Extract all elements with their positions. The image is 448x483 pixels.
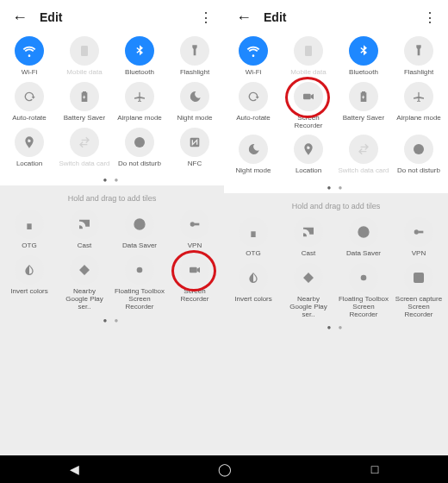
tile-label: Switch data card — [59, 160, 109, 168]
tile-vpn[interactable]: VPN — [168, 210, 221, 250]
tile-label: Nearby Google Play ser.. — [59, 288, 110, 310]
tile-vpn[interactable]: VPN — [392, 217, 445, 258]
tile-label: Data Saver — [122, 242, 157, 250]
tile-floating-toolbox[interactable]: Floating Toolbox Screen Recorder — [113, 255, 166, 310]
svg-rect-12 — [416, 149, 422, 150]
tile-data-saver[interactable]: Data Saver — [337, 217, 390, 258]
svg-point-5 — [190, 223, 195, 227]
data-saver-icon — [125, 210, 154, 239]
tile-mobile-data[interactable]: Mobile data — [282, 36, 335, 77]
night-mode-icon — [239, 135, 268, 164]
svg-point-7 — [137, 267, 143, 273]
tile-cast[interactable]: Cast — [282, 217, 335, 258]
tile-bluetooth[interactable]: Bluetooth — [337, 36, 390, 77]
nav-recents[interactable]: □ — [371, 462, 378, 476]
do-not-disturb-icon — [404, 135, 433, 164]
tile-battery-saver[interactable]: Battery Saver — [337, 82, 390, 130]
bluetooth-icon — [125, 36, 154, 66]
tile-screen-recorder[interactable]: Screen Recorder — [168, 255, 221, 310]
tile-label: Data Saver — [346, 250, 381, 258]
battery-saver-icon — [349, 82, 378, 111]
svg-rect-0 — [81, 46, 88, 56]
back-button[interactable]: ← — [236, 9, 252, 27]
page-title: Edit — [40, 10, 199, 24]
tile-airplane-mode[interactable]: Airplane mode — [113, 82, 166, 122]
screen-right: ←Edit⋮Wi-FiMobile dataBluetoothFlashligh… — [224, 0, 448, 455]
svg-rect-8 — [190, 267, 197, 273]
tile-label: Bluetooth — [125, 69, 154, 77]
tile-screen-capture[interactable]: Screen capture Screen Recorder — [392, 263, 445, 318]
overflow-menu[interactable]: ⋮ — [423, 9, 436, 26]
tile-wifi[interactable]: Wi-Fi — [3, 36, 56, 77]
tile-invert-colors[interactable]: Invert colors — [3, 255, 56, 310]
tile-switch-data-card[interactable]: Switch data card — [337, 135, 390, 175]
screen-left: ←Edit⋮Wi-FiMobile dataBluetoothFlashligh… — [0, 0, 224, 455]
tile-label: Nearby Google Play ser.. — [283, 296, 334, 318]
tile-night-mode[interactable]: Night mode — [168, 82, 221, 122]
tile-label: Do not disturb — [397, 167, 440, 175]
tile-auto-rotate[interactable]: Auto-rotate — [227, 82, 280, 130]
location-icon — [15, 128, 44, 157]
tile-otg[interactable]: OTG — [227, 217, 280, 258]
tile-location[interactable]: Location — [282, 135, 335, 175]
back-button[interactable]: ← — [12, 9, 28, 27]
tile-invert-colors[interactable]: Invert colors — [227, 263, 280, 318]
tile-otg[interactable]: OTG — [3, 210, 56, 250]
nav-back[interactable]: ◀ — [70, 462, 79, 476]
tile-row: Wi-FiMobile dataBluetoothFlashlight — [2, 36, 222, 77]
overflow-menu[interactable]: ⋮ — [199, 9, 212, 26]
tile-nfc[interactable]: NFC — [168, 128, 221, 168]
tile-bluetooth[interactable]: Bluetooth — [113, 36, 166, 77]
tile-floating-toolbox[interactable]: Floating Toolbox Screen Recorder — [337, 263, 390, 318]
svg-point-4 — [134, 219, 145, 229]
tile-label: Screen Recorder — [283, 115, 334, 130]
flashlight-icon — [180, 36, 209, 66]
screenshots-pair: ←Edit⋮Wi-FiMobile dataBluetoothFlashligh… — [0, 0, 448, 455]
tile-data-saver[interactable]: Data Saver — [113, 210, 166, 250]
tile-label: Flashlight — [404, 69, 433, 77]
tile-wifi[interactable]: Wi-Fi — [227, 36, 280, 77]
tile-cast[interactable]: Cast — [58, 210, 111, 250]
tile-do-not-disturb[interactable]: Do not disturb — [392, 135, 445, 175]
tile-screen-recorder[interactable]: Screen Recorder — [282, 82, 335, 130]
tile-label: Wi-Fi — [246, 69, 262, 77]
tile-label: Flashlight — [180, 69, 209, 77]
svg-rect-9 — [305, 46, 312, 56]
battery-saver-icon — [70, 82, 99, 111]
tile-nearby[interactable]: Nearby Google Play ser.. — [58, 255, 111, 310]
tile-label: Battery Saver — [64, 115, 105, 122]
nfc-icon — [180, 128, 209, 157]
tile-label: Mobile data — [66, 69, 102, 77]
tile-battery-saver[interactable]: Battery Saver — [58, 82, 111, 122]
tile-label: Invert colors — [10, 288, 48, 296]
nav-home[interactable]: ◯ — [218, 462, 232, 476]
svg-point-14 — [414, 230, 419, 235]
tile-row: Night modeLocationSwitch data cardDo not… — [226, 135, 446, 175]
tile-mobile-data[interactable]: Mobile data — [58, 36, 111, 77]
tile-flashlight[interactable]: Flashlight — [168, 36, 221, 77]
tile-row: OTGCastData SaverVPN — [226, 217, 446, 258]
page-indicator: ● ● — [224, 184, 448, 191]
tile-label: Floating Toolbox Screen Recorder — [114, 288, 165, 310]
svg-rect-15 — [419, 231, 423, 234]
tile-label: Airplane mode — [117, 115, 162, 122]
svg-point-16 — [361, 275, 367, 281]
tile-flashlight[interactable]: Flashlight — [392, 36, 445, 77]
auto-rotate-icon — [15, 82, 44, 111]
active-tiles: Wi-FiMobile dataBluetoothFlashlightAuto-… — [0, 34, 224, 172]
page-indicator: ● ● — [2, 317, 222, 324]
nearby-icon — [70, 255, 99, 285]
drag-hint: Hold and drag to add tiles — [2, 194, 222, 203]
tile-label: Auto-rotate — [236, 115, 271, 122]
tile-switch-data-card[interactable]: Switch data card — [58, 128, 111, 168]
tile-airplane-mode[interactable]: Airplane mode — [392, 82, 445, 130]
tile-location[interactable]: Location — [3, 128, 56, 168]
tile-label: Airplane mode — [396, 115, 441, 122]
tile-nearby[interactable]: Nearby Google Play ser.. — [282, 263, 335, 318]
tile-label: VPN — [188, 242, 202, 250]
tile-auto-rotate[interactable]: Auto-rotate — [3, 82, 56, 122]
tile-night-mode[interactable]: Night mode — [227, 135, 280, 175]
page-indicator: ● ● — [226, 323, 446, 331]
tile-do-not-disturb[interactable]: Do not disturb — [113, 128, 166, 168]
screen-capture-icon — [404, 263, 433, 292]
